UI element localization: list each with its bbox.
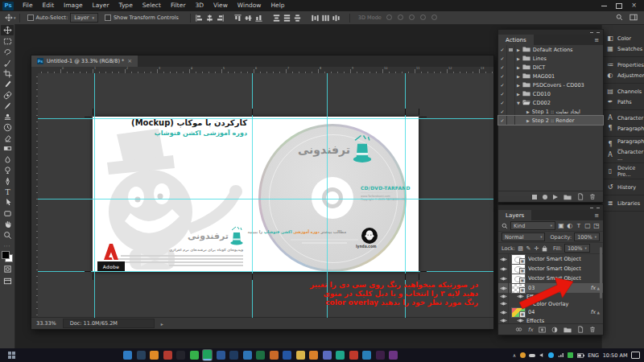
menu-filter[interactable]: Filter [166,0,191,11]
screen-mode-icon[interactable] [1,276,14,286]
taskbar-app-3[interactable] [150,351,159,360]
taskbar-app-13[interactable] [283,351,291,360]
rectangle-shape-tool[interactable] [1,208,14,219]
taskbar-app-21[interactable] [389,351,398,360]
dock-panel-device-pre-[interactable]: ▯Device Pre... [602,166,644,176]
twirl-closed-icon[interactable]: ▶ [526,118,530,123]
eyedropper-tool[interactable] [1,79,14,89]
action-toggle-check[interactable]: ✓ [498,63,507,72]
zoom-tool[interactable] [1,229,14,240]
action-toggle-check[interactable]: ✓ [498,89,507,98]
dock-panel-channels[interactable]: ▤Channels [602,86,644,97]
quick-mask-icon[interactable] [1,264,14,274]
taskbar-app-18[interactable] [349,351,358,360]
taskbar-app-1[interactable] [123,351,132,360]
action-toggle-check[interactable]: ✓ [498,54,507,63]
action-toggle-check[interactable]: ✓ [498,107,507,116]
action-toggle-check[interactable]: ✓ [498,45,507,54]
align-h-center-icon[interactable] [204,13,215,23]
taskbar-app-10[interactable] [243,351,252,360]
edit-toolbar-icon[interactable]: ··· [4,243,11,249]
start-button-icon[interactable] [8,352,15,359]
action-set-psdcovers-cd003[interactable]: ✓▶PSDCovers - CD003 [498,80,603,89]
restore-icon[interactable] [616,3,622,9]
filter-adjustment-icon[interactable]: ◐ [567,222,573,230]
taskbar-app-19[interactable] [362,351,371,360]
taskbar-app-14[interactable] [296,351,305,360]
action-set-cd010[interactable]: ✓▶CD010 [498,89,603,98]
action-center-icon[interactable] [631,352,640,359]
taskbar-app-11[interactable] [256,351,265,360]
align-v-center-icon[interactable] [243,13,254,23]
dock-panel-adjustments[interactable]: ◐Adjustments [602,70,644,80]
dock-panel-color[interactable]: ◧Color [602,33,644,43]
menu-window[interactable]: Window [233,0,266,11]
align-bottom-icon[interactable] [254,13,264,23]
filter-smart-object-icon[interactable]: ◳ [593,222,600,230]
tab-actions[interactable]: Actions [498,35,534,45]
horizontal-type-tool[interactable]: T [1,187,14,197]
lock-transparent-icon[interactable]: ▨ [518,245,523,253]
menu-help[interactable]: Help [266,0,289,11]
twirl-closed-icon[interactable]: ▶ [517,83,520,88]
dock-panel-character-[interactable]: ACharacter ... [602,150,644,160]
menu-file[interactable]: File [18,0,38,11]
quick-selection-tool[interactable] [1,57,14,68]
taskbar-app-15[interactable] [309,351,318,360]
dock-panel-swatches[interactable]: ▦Swatches [602,43,644,54]
twirl-closed-icon[interactable]: ▶ [517,65,520,70]
menu-edit[interactable]: Edit [38,0,60,11]
align-top-icon[interactable] [233,13,243,23]
clone-stamp-tool[interactable] [1,111,14,121]
action-set-lines[interactable]: ✓▶Lines [498,54,603,63]
menu-layer[interactable]: Layer [88,0,114,11]
crop-tool[interactable] [1,68,14,79]
spot-healing-brush-tool[interactable] [1,89,14,100]
action-dialog-toggle[interactable] [507,107,515,116]
action-dialog-toggle[interactable] [507,72,515,80]
language-indicator[interactable]: ENG [588,352,599,359]
panel-menu-icon[interactable]: ≡ [594,37,603,43]
foreground-color-swatch[interactable] [2,251,10,259]
document-info-field[interactable]: Doc: 11.0M/65.2M [63,319,155,328]
opacity-field[interactable]: 100%▾ [574,232,600,241]
align-left-icon[interactable] [194,13,204,23]
taskbar-app-6[interactable] [190,351,199,360]
action-set-cd002[interactable]: ✓▼CD002 [498,98,603,107]
auto-select-checkbox[interactable] [27,14,34,21]
delete-layer-icon[interactable] [589,326,596,333]
lock-all-icon[interactable] [542,245,547,252]
action-dialog-toggle[interactable] [507,45,515,54]
path-selection-tool[interactable] [1,197,14,208]
tray-key-icon[interactable] [520,352,526,358]
panel-menu-icon[interactable]: ≡ [594,212,603,219]
menu-image[interactable]: Image [59,0,88,11]
dist-h-center-icon[interactable] [320,13,331,23]
twirl-closed-icon[interactable]: ▶ [517,47,520,52]
menu-view[interactable]: View [208,0,233,11]
zoom-level[interactable]: 33.33% [36,320,56,327]
action-toggle-check[interactable]: ✓ [498,80,507,89]
dist-bottom-icon[interactable] [292,13,303,23]
menu-select[interactable]: Select [138,0,166,11]
dock-panel-properties[interactable]: ≔Properties [602,60,644,70]
history-brush-tool[interactable] [1,122,14,133]
tray-cloud-icon[interactable] [529,354,535,357]
play-icon[interactable] [553,195,558,200]
dist-left-icon[interactable] [310,13,320,23]
action-dialog-toggle[interactable] [507,116,515,125]
status-options-caret-icon[interactable]: ▸ [161,321,163,327]
delete-icon[interactable] [589,193,596,200]
align-right-icon[interactable] [215,13,225,23]
dist-v-center-icon[interactable] [282,13,292,23]
twirl-closed-icon[interactable]: ▶ [526,109,530,114]
twirl-closed-icon[interactable]: ▶ [517,92,520,97]
dist-top-icon[interactable] [271,13,282,23]
workspace-switcher-icon[interactable] [630,14,638,23]
document-close-icon[interactable]: × [127,58,132,64]
record-icon[interactable] [543,195,547,200]
tray-expand-icon[interactable]: ∧ [513,352,516,358]
taskbar-app-12[interactable] [270,351,279,360]
new-layer-icon[interactable] [577,326,584,333]
dock-panel-libraries[interactable]: ≣Libraries [602,198,644,208]
